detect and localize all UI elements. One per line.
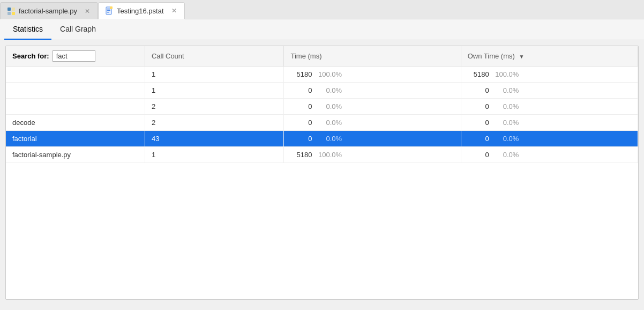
cell-own-time: 0 0.0%: [461, 115, 638, 131]
svg-rect-0: [8, 8, 11, 11]
svg-rect-6: [107, 10, 110, 11]
col-header-name: Search for:: [6, 46, 145, 67]
cell-own-time: 0 0.0%: [461, 131, 638, 147]
sub-tab-statistics[interactable]: Statistics: [4, 19, 51, 40]
search-input[interactable]: [53, 50, 95, 62]
table-row[interactable]: 1 5180 100.0% 5180 100.0%: [6, 67, 638, 83]
sort-desc-icon: ▼: [519, 54, 524, 60]
sub-tab-call-graph[interactable]: Call Graph: [51, 19, 104, 40]
sub-tab-nav: Statistics Call Graph: [0, 19, 644, 40]
svg-rect-7: [107, 12, 109, 13]
cell-name: [6, 67, 145, 83]
table-body: 1 5180 100.0% 5180 100.0% 1 0 0.0% 0 0.0…: [6, 67, 638, 163]
cell-call-count: 2: [145, 99, 283, 115]
cell-time: 5180 100.0%: [284, 147, 461, 163]
cell-name: [6, 99, 145, 115]
cell-name: factorial-sample.py: [6, 147, 145, 163]
tab-testing16-pstat-close[interactable]: ✕: [170, 7, 178, 14]
svg-rect-1: [12, 12, 15, 15]
tab-testing16-pstat-label: Testing16.pstat: [117, 7, 163, 15]
cell-call-count: 2: [145, 115, 283, 131]
table-row[interactable]: factorial 43 0 0.0% 0 0.0%: [6, 131, 638, 147]
cell-time: 0 0.0%: [284, 131, 461, 147]
cell-own-time: 0 0.0%: [461, 99, 638, 115]
tab-factorial-sample-close[interactable]: ✕: [84, 8, 91, 15]
col-header-own-time-ms[interactable]: Own Time (ms) ▼: [461, 46, 638, 67]
table-header-row: Search for: Call Count Time (ms) Own Tim…: [6, 46, 638, 67]
cell-call-count: 1: [145, 83, 283, 99]
cell-time: 0 0.0%: [284, 115, 461, 131]
col-header-call-count: Call Count: [145, 46, 283, 67]
cell-call-count: 43: [145, 131, 283, 147]
cell-own-time: 0 0.0%: [461, 83, 638, 99]
cell-call-count: 1: [145, 67, 283, 83]
svg-rect-8: [110, 6, 113, 9]
tab-factorial-sample-label: factorial-sample.py: [19, 7, 77, 15]
python-icon: [7, 7, 16, 16]
cell-call-count: 1: [145, 147, 283, 163]
table-row[interactable]: 2 0 0.0% 0 0.0%: [6, 99, 638, 115]
svg-rect-2: [8, 12, 11, 15]
svg-rect-3: [12, 8, 15, 11]
cell-own-time: 0 0.0%: [461, 147, 638, 163]
cell-time: 5180 100.0%: [284, 67, 461, 83]
cell-time: 0 0.0%: [284, 99, 461, 115]
pstat-icon: [105, 6, 114, 15]
search-label: Search for:: [12, 52, 49, 60]
statistics-table: Search for: Call Count Time (ms) Own Tim…: [6, 46, 638, 163]
cell-own-time: 5180 100.0%: [461, 67, 638, 83]
table-row[interactable]: 1 0 0.0% 0 0.0%: [6, 83, 638, 99]
cell-name: decode: [6, 115, 145, 131]
table-row[interactable]: factorial-sample.py 1 5180 100.0% 0 0.0%: [6, 147, 638, 163]
cell-time: 0 0.0%: [284, 83, 461, 99]
col-header-time-ms: Time (ms): [284, 46, 461, 67]
tab-factorial-sample[interactable]: factorial-sample.py ✕: [0, 2, 98, 19]
table-row[interactable]: decode 2 0 0.0% 0 0.0%: [6, 115, 638, 131]
tab-testing16-pstat[interactable]: Testing16.pstat ✕: [98, 2, 184, 19]
main-content: Search for: Call Count Time (ms) Own Tim…: [5, 46, 639, 300]
cell-name: factorial: [6, 131, 145, 147]
cell-name: [6, 83, 145, 99]
tab-bar: factorial-sample.py ✕ Testing16.pstat ✕: [0, 0, 644, 19]
